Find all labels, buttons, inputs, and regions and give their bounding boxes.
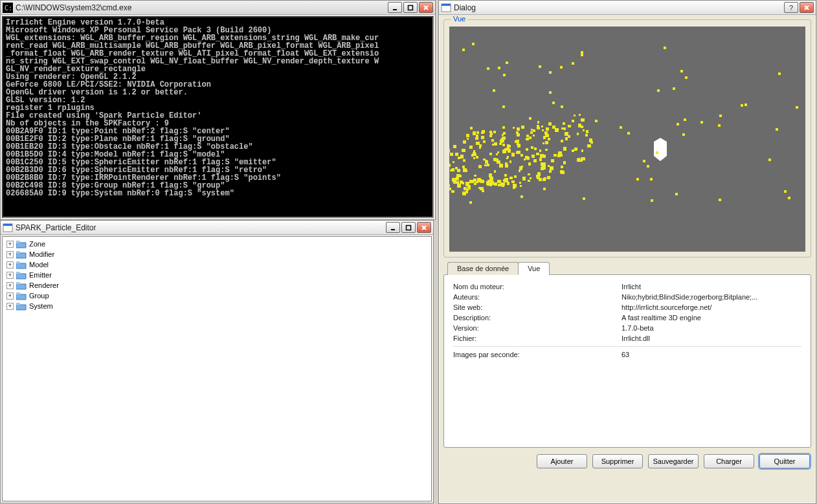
particle xyxy=(543,178,546,181)
particle xyxy=(561,140,563,142)
particle xyxy=(533,135,535,137)
dialog-titlebar[interactable]: Dialog ? xyxy=(439,1,816,15)
particle xyxy=(549,91,552,94)
particle xyxy=(517,127,520,131)
particle xyxy=(482,190,484,192)
particle xyxy=(528,162,531,165)
svg-rect-13 xyxy=(442,4,451,6)
particle xyxy=(543,155,546,158)
tree-view[interactable]: +Zone+Modifier+Model+Emitter+Renderer+Gr… xyxy=(2,236,432,501)
add-button[interactable]: Ajouter xyxy=(537,454,587,468)
particle xyxy=(502,126,505,129)
particle xyxy=(533,129,535,132)
particle xyxy=(583,129,585,132)
particle xyxy=(499,143,501,145)
tree-item-label: Emitter xyxy=(29,271,52,279)
particle xyxy=(492,144,494,146)
particle xyxy=(543,142,545,145)
minimize-button[interactable] xyxy=(386,222,400,233)
particle xyxy=(539,158,543,161)
particle xyxy=(449,184,450,186)
load-button[interactable]: Charger xyxy=(704,454,754,468)
svg-marker-16 xyxy=(654,138,667,161)
particle xyxy=(541,167,544,170)
particle xyxy=(543,162,546,165)
cmd-window: C:\ C:\WINDOWS\system32\cmd.exe Irrlicht… xyxy=(0,0,436,220)
particle xyxy=(548,122,552,126)
particle xyxy=(548,165,550,167)
tree-item-zone[interactable]: +Zone xyxy=(4,239,430,249)
expand-icon[interactable]: + xyxy=(6,272,14,279)
particle xyxy=(473,152,476,156)
tab-database[interactable]: Base de donnée xyxy=(447,262,519,275)
file-label: Fichier: xyxy=(453,334,621,342)
particle xyxy=(496,153,498,155)
tree-item-emitter[interactable]: +Emitter xyxy=(4,270,430,280)
particle xyxy=(549,170,552,173)
expand-icon[interactable]: + xyxy=(6,303,14,310)
minimize-button[interactable] xyxy=(388,2,402,13)
particle xyxy=(547,176,550,179)
particle xyxy=(656,151,658,154)
particle xyxy=(450,170,452,171)
tree-item-group[interactable]: +Group xyxy=(4,290,430,301)
particle xyxy=(498,67,500,69)
particle xyxy=(685,76,688,79)
particle xyxy=(507,144,509,147)
particle xyxy=(463,168,467,172)
particle xyxy=(579,114,581,116)
particle xyxy=(650,178,653,181)
particle xyxy=(682,133,685,136)
particle xyxy=(479,146,481,148)
close-button[interactable] xyxy=(419,2,433,13)
particle xyxy=(509,177,513,180)
particle xyxy=(563,122,565,125)
close-button[interactable] xyxy=(417,222,431,233)
help-button[interactable]: ? xyxy=(784,2,798,13)
close-button[interactable] xyxy=(800,2,814,13)
expand-icon[interactable]: + xyxy=(6,292,14,300)
particle xyxy=(467,138,469,140)
particle xyxy=(788,197,790,199)
particle xyxy=(587,144,591,148)
particle xyxy=(533,159,537,162)
particle xyxy=(551,159,554,162)
particle xyxy=(469,201,472,204)
delete-button[interactable]: Supprimer xyxy=(592,454,643,468)
expand-icon[interactable]: + xyxy=(6,241,14,248)
particle xyxy=(506,61,508,64)
expand-icon[interactable]: + xyxy=(6,251,14,258)
maximize-button[interactable] xyxy=(403,2,418,13)
tab-vue[interactable]: Vue xyxy=(518,262,550,275)
tree-item-modifier[interactable]: +Modifier xyxy=(4,249,430,259)
maximize-button[interactable] xyxy=(401,222,416,233)
particle xyxy=(680,70,683,72)
expand-icon[interactable]: + xyxy=(6,282,14,289)
particle xyxy=(577,133,579,135)
website-label: Site web: xyxy=(453,303,621,311)
particle xyxy=(502,144,505,146)
particle xyxy=(520,195,523,198)
particle xyxy=(494,182,497,186)
particle xyxy=(457,184,461,188)
cmd-titlebar[interactable]: C:\ C:\WINDOWS\system32\cmd.exe xyxy=(1,1,435,15)
tree-item-renderer[interactable]: +Renderer xyxy=(4,280,430,290)
particle xyxy=(499,164,503,168)
3d-viewport[interactable] xyxy=(449,27,805,252)
tree-item-system[interactable]: +System xyxy=(4,301,430,311)
editor-titlebar[interactable]: SPARK_Particle_Editor xyxy=(1,221,433,235)
particle xyxy=(541,126,543,127)
particle xyxy=(507,182,509,184)
particle xyxy=(664,47,666,49)
particle xyxy=(451,190,454,193)
quit-button[interactable]: Quitter xyxy=(759,454,810,468)
particle xyxy=(534,148,537,150)
particle xyxy=(507,147,509,149)
expand-icon[interactable]: + xyxy=(6,261,14,268)
particle xyxy=(563,127,566,130)
tree-item-model[interactable]: +Model xyxy=(4,259,430,270)
particle xyxy=(493,131,496,133)
particle xyxy=(449,149,450,152)
editor-window: SPARK_Particle_Editor +Zone+Modifier+Mod… xyxy=(0,220,434,503)
save-button[interactable]: Sauvegarder xyxy=(648,454,699,468)
